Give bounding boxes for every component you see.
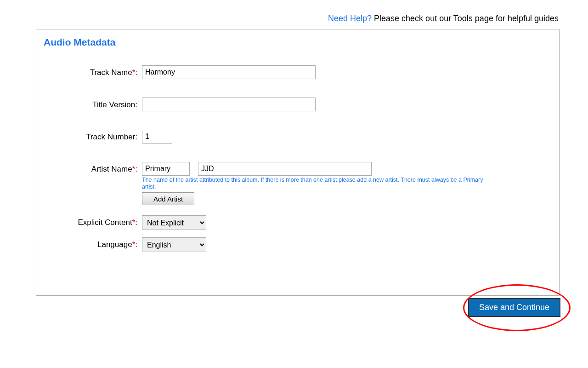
label-language: Language*: — [44, 237, 142, 249]
add-artist-button[interactable]: Add Artist — [142, 192, 194, 205]
field-track-name: Track Name*: — [44, 65, 554, 79]
need-help-link[interactable]: Need Help? — [328, 14, 372, 23]
language-select[interactable]: English — [142, 237, 206, 252]
field-language: Language*: English — [44, 237, 554, 252]
artist-hint-text: The name of the artist attributed to thi… — [142, 177, 486, 190]
save-and-continue-button[interactable]: Save and Continue — [468, 298, 560, 317]
field-title-version: Title Version: — [44, 98, 554, 111]
track-number-input[interactable] — [142, 130, 172, 144]
artist-role-input[interactable] — [142, 162, 190, 176]
title-version-input[interactable] — [142, 98, 316, 111]
label-track-number: Track Number: — [44, 130, 142, 142]
help-tail-text: Please check out our Tools page for help… — [372, 14, 559, 23]
label-explicit: Explicit Content*: — [44, 215, 142, 227]
field-artist-name: Artist Name*: The name of the artist att… — [44, 162, 554, 205]
field-explicit: Explicit Content*: Not Explicit — [44, 215, 554, 230]
label-artist-name: Artist Name*: — [44, 162, 142, 174]
explicit-select[interactable]: Not Explicit — [142, 215, 206, 230]
field-track-number: Track Number: — [44, 130, 554, 144]
label-track-name: Track Name*: — [44, 65, 142, 77]
label-title-version: Title Version: — [44, 98, 142, 109]
panel-title: Audio Metadata — [44, 37, 554, 48]
audio-metadata-panel: Audio Metadata Track Name*: Title Versio… — [36, 29, 560, 296]
artist-name-input[interactable] — [198, 162, 372, 176]
save-button-wrap: Save and Continue — [468, 298, 560, 317]
track-name-input[interactable] — [142, 65, 316, 79]
help-line: Need Help? Please check out our Tools pa… — [0, 0, 588, 29]
